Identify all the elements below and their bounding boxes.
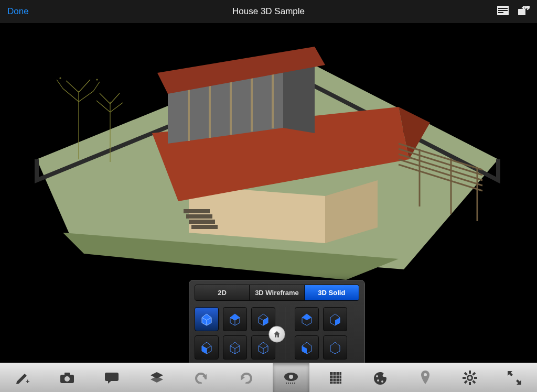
svg-rect-81 xyxy=(330,372,341,384)
svg-rect-1 xyxy=(498,8,508,9)
svg-rect-97 xyxy=(472,372,476,375)
speech-bubble-icon xyxy=(104,372,120,384)
tool-view-modes[interactable] xyxy=(273,363,309,393)
svg-line-34 xyxy=(79,91,93,102)
svg-rect-72 xyxy=(105,373,119,381)
iso-preset-1[interactable] xyxy=(195,307,219,331)
svg-point-101 xyxy=(468,376,471,379)
tool-location[interactable] xyxy=(407,363,444,393)
tool-settings[interactable] xyxy=(452,363,488,393)
svg-rect-95 xyxy=(463,377,466,379)
svg-marker-75 xyxy=(151,376,163,383)
share-icon[interactable] xyxy=(518,6,530,17)
mode-2d[interactable]: 2D xyxy=(195,285,250,300)
svg-rect-98 xyxy=(464,380,468,384)
tool-palette[interactable] xyxy=(362,363,399,393)
svg-point-89 xyxy=(377,379,379,382)
persp-presets xyxy=(295,307,347,360)
home-view-button[interactable] xyxy=(268,326,285,343)
svg-rect-93 xyxy=(469,371,471,374)
top-right-icons xyxy=(497,6,530,17)
svg-marker-102 xyxy=(508,371,513,376)
iso-preset-5[interactable] xyxy=(223,335,247,360)
iso-preset-4[interactable] xyxy=(195,335,219,360)
svg-rect-3 xyxy=(498,12,503,13)
info-panel-icon[interactable] xyxy=(497,6,509,17)
svg-point-90 xyxy=(381,380,383,383)
persp-preset-2[interactable] xyxy=(323,307,347,331)
tool-edit-add[interactable]: + xyxy=(4,363,41,393)
svg-point-40 xyxy=(96,79,98,80)
bottom-toolbar: + xyxy=(0,363,537,392)
iso-presets xyxy=(195,307,275,360)
undo-icon xyxy=(194,372,209,384)
svg-marker-49 xyxy=(230,314,240,320)
svg-rect-2 xyxy=(498,10,508,11)
svg-text:+: + xyxy=(26,377,30,385)
view-mode-segmented: 2D 3D Wireframe 3D Solid xyxy=(195,285,359,301)
svg-point-79 xyxy=(289,375,293,379)
tool-layers[interactable] xyxy=(138,363,175,393)
svg-point-88 xyxy=(376,375,378,377)
svg-rect-99 xyxy=(464,372,468,375)
svg-marker-67 xyxy=(330,342,340,354)
svg-line-43 xyxy=(110,103,123,112)
svg-line-35 xyxy=(66,81,79,92)
tool-camera[interactable] xyxy=(49,363,85,393)
iso-preset-2[interactable] xyxy=(223,307,247,331)
svg-line-33 xyxy=(63,89,79,102)
mode-3d-solid[interactable]: 3D Solid xyxy=(305,285,359,300)
persp-preset-1[interactable] xyxy=(295,307,319,331)
svg-line-38 xyxy=(93,82,100,91)
svg-rect-96 xyxy=(474,377,477,379)
mode-3d-wireframe[interactable]: 3D Wireframe xyxy=(250,285,304,300)
tool-fullscreen[interactable] xyxy=(496,363,533,393)
svg-marker-103 xyxy=(516,379,521,385)
palette-icon xyxy=(373,371,388,385)
svg-rect-28 xyxy=(184,209,210,213)
tool-redo[interactable] xyxy=(228,363,264,393)
expand-icon xyxy=(508,371,521,385)
gear-icon xyxy=(463,371,477,385)
svg-point-91 xyxy=(424,373,427,376)
pin-icon xyxy=(420,371,431,385)
persp-preset-3[interactable] xyxy=(295,335,319,360)
svg-line-42 xyxy=(96,101,110,112)
top-bar: Done House 3D Sample xyxy=(0,0,537,23)
redo-icon xyxy=(239,372,253,384)
grid-icon xyxy=(329,372,342,384)
home-icon xyxy=(273,330,281,339)
done-button[interactable]: Done xyxy=(7,6,29,17)
persp-preset-4[interactable] xyxy=(323,335,347,360)
svg-rect-31 xyxy=(191,225,218,229)
svg-line-36 xyxy=(79,80,90,92)
view-mode-panel: 2D 3D Wireframe 3D Solid xyxy=(189,280,365,363)
svg-rect-71 xyxy=(65,373,70,375)
tool-annotate[interactable] xyxy=(93,363,130,393)
svg-line-45 xyxy=(110,93,120,104)
preset-views xyxy=(189,305,364,363)
svg-rect-94 xyxy=(469,382,471,385)
camera-icon xyxy=(59,372,75,384)
svg-rect-30 xyxy=(189,220,215,224)
svg-rect-100 xyxy=(472,380,476,384)
pencil-plus-icon: + xyxy=(15,371,30,385)
svg-point-39 xyxy=(60,78,61,79)
svg-line-44 xyxy=(100,93,110,104)
svg-rect-29 xyxy=(186,214,212,219)
svg-marker-62 xyxy=(302,314,312,320)
eye-icon xyxy=(283,371,299,385)
layers-icon xyxy=(149,371,164,385)
svg-rect-4 xyxy=(518,9,525,15)
tool-undo[interactable] xyxy=(183,363,220,393)
page-title: House 3D Sample xyxy=(232,6,305,17)
svg-point-70 xyxy=(65,376,70,382)
viewport-3d[interactable]: 2D 3D Wireframe 3D Solid xyxy=(0,23,537,363)
tool-grid[interactable] xyxy=(317,363,354,393)
svg-line-37 xyxy=(57,80,63,89)
